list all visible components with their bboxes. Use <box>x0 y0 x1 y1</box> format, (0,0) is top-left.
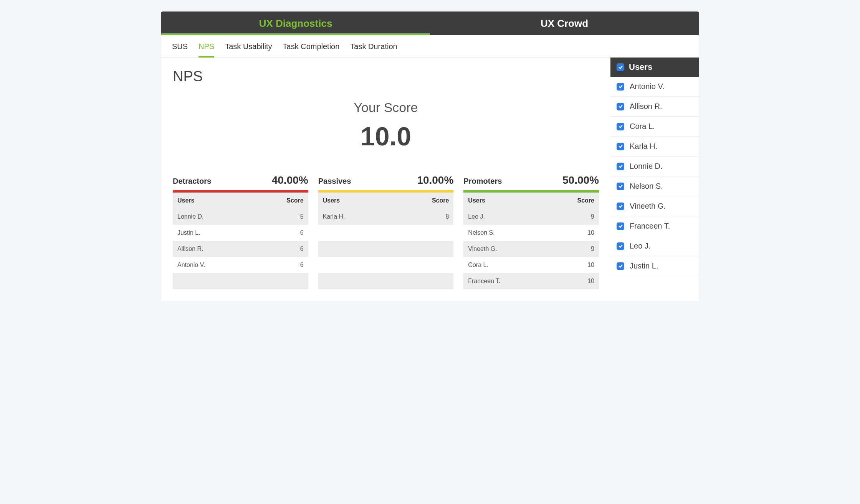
table-row <box>318 257 454 273</box>
cell-user <box>318 225 392 241</box>
table-row <box>318 241 454 257</box>
user-item-label: Antonio V. <box>630 82 664 91</box>
checkbox-icon[interactable] <box>617 242 624 250</box>
table-row: Lonnie D.5 <box>173 209 308 225</box>
cell-user: Justin L. <box>173 225 252 241</box>
group-detractors: Detractors40.00%UsersScoreLonnie D.5Just… <box>173 174 308 289</box>
user-item-label: Leo J. <box>630 242 650 250</box>
user-item-label: Allison R. <box>630 102 662 111</box>
group-header: Passives10.00% <box>318 174 454 190</box>
topbar-tab-ux-crowd[interactable]: UX Crowd <box>430 12 699 35</box>
column-header-score: Score <box>392 193 454 209</box>
subtab-task-completion[interactable]: Task Completion <box>283 42 340 57</box>
column-header-users: Users <box>318 193 392 209</box>
topbar: UX DiagnosticsUX Crowd <box>161 12 699 35</box>
cell-score: 6 <box>252 257 308 273</box>
column-header-score: Score <box>546 193 599 209</box>
users-sidebar: Users Antonio V.Allison R.Cora L.Karla H… <box>610 58 699 301</box>
user-item[interactable]: Justin L. <box>610 256 699 276</box>
group-promoters: Promoters50.00%UsersScoreLeo J.9Nelson S… <box>463 174 599 289</box>
cell-score <box>392 257 454 273</box>
checkbox-icon[interactable] <box>617 203 624 210</box>
score-block: Your Score 10.0 <box>173 100 599 151</box>
cell-score <box>392 273 454 289</box>
cell-user: Nelson S. <box>463 225 546 241</box>
table-row: Leo J.9 <box>463 209 599 225</box>
checkbox-icon[interactable] <box>617 123 624 130</box>
group-passives: Passives10.00%UsersScoreKarla H.8 <box>318 174 454 289</box>
page-title: NPS <box>173 68 599 85</box>
subtab-bar: SUSNPSTask UsabilityTask CompletionTask … <box>161 35 699 58</box>
table-row: Justin L.6 <box>173 225 308 241</box>
user-item[interactable]: Allison R. <box>610 97 699 117</box>
checkbox-icon[interactable] <box>617 143 624 150</box>
table-row <box>318 273 454 289</box>
table-row: Antonio V.6 <box>173 257 308 273</box>
group-table: UsersScoreLeo J.9Nelson S.10Vineeth G.9C… <box>463 193 599 289</box>
topbar-tab-ux-diagnostics[interactable]: UX Diagnostics <box>161 12 430 35</box>
cell-user <box>318 273 392 289</box>
table-row: Cora L.10 <box>463 257 599 273</box>
checkbox-icon[interactable] <box>617 63 624 71</box>
user-list: Antonio V.Allison R.Cora L.Karla H.Lonni… <box>610 77 699 276</box>
group-percentage: 50.00% <box>562 174 599 186</box>
table-row <box>173 273 308 289</box>
user-item-label: Lonnie D. <box>630 162 663 171</box>
cell-user <box>318 241 392 257</box>
cell-score <box>252 273 308 289</box>
cell-user: Cora L. <box>463 257 546 273</box>
cell-score: 10 <box>546 225 599 241</box>
user-item[interactable]: Lonnie D. <box>610 156 699 176</box>
cell-score: 8 <box>392 209 454 225</box>
group-percentage: 40.00% <box>272 174 308 186</box>
column-header-users: Users <box>173 193 252 209</box>
table-row: Allison R.6 <box>173 241 308 257</box>
user-item-label: Cora L. <box>630 122 655 131</box>
checkbox-icon[interactable] <box>617 163 624 170</box>
cell-user <box>318 257 392 273</box>
user-item[interactable]: Cora L. <box>610 117 699 137</box>
subtab-task-duration[interactable]: Task Duration <box>350 42 397 57</box>
checkbox-icon[interactable] <box>617 222 624 230</box>
checkbox-icon[interactable] <box>617 262 624 270</box>
user-item[interactable]: Nelson S. <box>610 176 699 196</box>
user-item[interactable]: Vineeth G. <box>610 196 699 216</box>
users-sidebar-title: Users <box>629 62 652 72</box>
cell-user <box>173 273 252 289</box>
column-header-score: Score <box>252 193 308 209</box>
content-body: NPS Your Score 10.0 Detractors40.00%User… <box>161 58 699 301</box>
group-percentage: 10.00% <box>417 174 453 186</box>
score-label: Your Score <box>173 100 599 115</box>
users-sidebar-header[interactable]: Users <box>610 58 699 77</box>
subtab-sus[interactable]: SUS <box>172 42 188 57</box>
user-item-label: Franceen T. <box>630 222 670 231</box>
checkbox-icon[interactable] <box>617 83 624 91</box>
cell-user: Franceen T. <box>463 273 546 289</box>
group-header: Promoters50.00% <box>463 174 599 190</box>
main-panel: NPS Your Score 10.0 Detractors40.00%User… <box>161 58 610 301</box>
column-header-users: Users <box>463 193 546 209</box>
user-item[interactable]: Franceen T. <box>610 216 699 236</box>
table-row: Nelson S.10 <box>463 225 599 241</box>
group-title: Passives <box>318 177 351 186</box>
user-item[interactable]: Antonio V. <box>610 77 699 97</box>
group-table: UsersScoreKarla H.8 <box>318 193 454 289</box>
checkbox-icon[interactable] <box>617 103 624 110</box>
cell-score: 6 <box>252 241 308 257</box>
subtab-task-usability[interactable]: Task Usability <box>225 42 272 57</box>
cell-score: 6 <box>252 225 308 241</box>
table-row: Vineeth G.9 <box>463 241 599 257</box>
group-title: Detractors <box>173 177 211 186</box>
cell-user: Vineeth G. <box>463 241 546 257</box>
user-item-label: Karla H. <box>630 142 657 151</box>
user-item[interactable]: Leo J. <box>610 236 699 256</box>
user-item-label: Nelson S. <box>630 182 663 191</box>
cell-score <box>392 225 454 241</box>
user-item-label: Justin L. <box>630 262 658 270</box>
cell-user: Karla H. <box>318 209 392 225</box>
subtab-nps[interactable]: NPS <box>198 42 214 57</box>
cell-user: Leo J. <box>463 209 546 225</box>
score-value: 10.0 <box>173 121 599 151</box>
checkbox-icon[interactable] <box>617 183 624 190</box>
user-item[interactable]: Karla H. <box>610 137 699 156</box>
